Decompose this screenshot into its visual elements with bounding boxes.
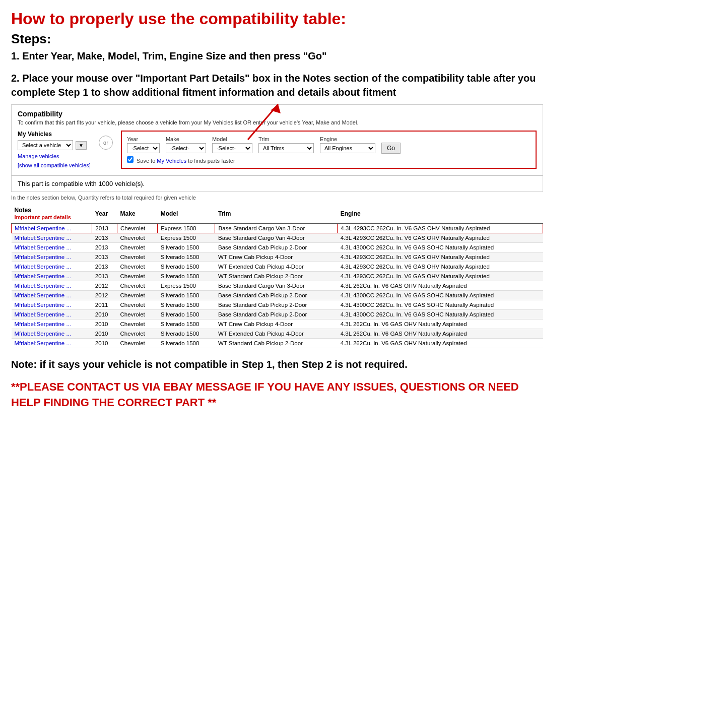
table-cell: Chevrolet <box>117 272 158 281</box>
table-cell: Base Standard Cab Pickup 2-Door <box>215 243 338 252</box>
trim-field: Trim All Trims <box>258 136 314 153</box>
table-cell: WT Standard Cab Pickup 2-Door <box>215 339 338 348</box>
table-cell: Chevrolet <box>117 262 158 272</box>
manage-vehicles-link[interactable]: Manage vehicles <box>18 153 91 159</box>
table-cell: 2012 <box>92 281 117 291</box>
table-cell: 4.3L 262Cu. In. V6 GAS OHV Naturally Asp… <box>338 329 543 339</box>
my-vehicles-link[interactable]: My Vehicles <box>157 158 186 164</box>
table-cell: Mfrlabel:Serpentine ... <box>12 223 92 233</box>
table-cell: 4.3L 4293CC 262Cu. In. V6 GAS OHV Natura… <box>338 233 543 243</box>
table-cell: WT Crew Cab Pickup 4-Door <box>215 320 338 329</box>
vehicle-select[interactable]: Select a vehicle <box>18 140 73 150</box>
table-cell: Chevrolet <box>117 300 158 310</box>
table-cell: Base Standard Cargo Van 3-Door <box>215 281 338 291</box>
table-cell: Chevrolet <box>117 223 158 233</box>
table-cell: Base Standard Cargo Van 4-Door <box>215 233 338 243</box>
table-row: Mfrlabel:Serpentine ...2012ChevroletExpr… <box>12 281 543 291</box>
table-cell: 4.3L 4293CC 262Cu. In. V6 GAS OHV Natura… <box>338 272 543 281</box>
table-cell: 4.3L 262Cu. In. V6 GAS OHV Naturally Asp… <box>338 339 543 348</box>
trim-label: Trim <box>258 136 314 142</box>
show-all-link[interactable]: [show all compatible vehicles] <box>18 162 91 168</box>
make-label: Make <box>166 136 206 142</box>
compat-box: Compatibility To confirm that this part … <box>11 104 543 175</box>
table-row: Mfrlabel:Serpentine ...2010ChevroletSilv… <box>12 310 543 320</box>
table-cell: Chevrolet <box>117 320 158 329</box>
table-cell: 2013 <box>92 272 117 281</box>
save-suffix: to finds parts faster <box>188 158 235 164</box>
table-cell: Silverado 1500 <box>158 320 215 329</box>
ymm-row: Year -Select- Make -Select- Model <box>127 136 531 154</box>
col-make: Make <box>117 205 158 223</box>
save-label: Save to <box>137 158 155 164</box>
table-cell: 2013 <box>92 252 117 262</box>
engine-field: Engine All Engines <box>320 136 375 153</box>
compat-widget-wrapper: Compatibility To confirm that this part … <box>11 104 543 348</box>
table-cell: Mfrlabel:Serpentine ... <box>12 320 92 329</box>
table-cell: 4.3L 4300CC 262Cu. In. V6 GAS SOHC Natur… <box>338 300 543 310</box>
table-cell: WT Extended Cab Pickup 4-Door <box>215 262 338 272</box>
table-cell: Mfrlabel:Serpentine ... <box>12 233 92 243</box>
table-cell: Express 1500 <box>158 281 215 291</box>
table-cell: 4.3L 4300CC 262Cu. In. V6 GAS SOHC Natur… <box>338 243 543 252</box>
step1-text: 1. Enter Year, Make, Model, Trim, Engine… <box>11 49 543 63</box>
step2-text: 2. Place your mouse over "Important Part… <box>11 71 543 99</box>
table-cell: 4.3L 262Cu. In. V6 GAS OHV Naturally Asp… <box>338 281 543 291</box>
engine-select[interactable]: All Engines <box>320 143 375 153</box>
table-cell: Silverado 1500 <box>158 262 215 272</box>
table-cell: Chevrolet <box>117 310 158 320</box>
table-cell: Mfrlabel:Serpentine ... <box>12 339 92 348</box>
table-cell: 2010 <box>92 339 117 348</box>
my-vehicles-label: My Vehicles <box>18 131 91 138</box>
table-row: Mfrlabel:Serpentine ...2010ChevroletSilv… <box>12 329 543 339</box>
table-row: Mfrlabel:Serpentine ...2012ChevroletSilv… <box>12 291 543 300</box>
table-cell: Silverado 1500 <box>158 329 215 339</box>
make-field: Make -Select- <box>166 136 206 153</box>
model-select[interactable]: -Select- <box>212 143 252 153</box>
table-cell: Chevrolet <box>117 233 158 243</box>
table-cell: 2013 <box>92 233 117 243</box>
save-row: Save to My Vehicles to finds parts faste… <box>127 156 531 164</box>
table-cell: Chevrolet <box>117 252 158 262</box>
make-select[interactable]: -Select- <box>166 143 206 153</box>
dropdown-arrow-icon[interactable]: ▼ <box>76 141 87 150</box>
save-checkbox[interactable] <box>127 156 134 163</box>
steps-heading: Steps: <box>11 31 543 47</box>
col-model: Model <box>158 205 215 223</box>
year-make-section: Year -Select- Make -Select- Model <box>121 131 537 169</box>
table-cell: WT Crew Cab Pickup 4-Door <box>215 252 338 262</box>
col-year: Year <box>92 205 117 223</box>
compat-table: Notes Important part details Year Make M… <box>11 205 543 348</box>
table-cell: Mfrlabel:Serpentine ... <box>12 329 92 339</box>
note-bottom: Note: if it says your vehicle is not com… <box>11 357 543 371</box>
table-cell: 2010 <box>92 320 117 329</box>
year-label: Year <box>127 136 160 142</box>
table-cell: Mfrlabel:Serpentine ... <box>12 243 92 252</box>
table-cell: 4.3L 4293CC 262Cu. In. V6 GAS OHV Natura… <box>338 262 543 272</box>
col-notes: Notes Important part details <box>12 205 92 223</box>
table-cell: 2012 <box>92 291 117 300</box>
table-cell: Chevrolet <box>117 291 158 300</box>
table-cell: Express 1500 <box>158 233 215 243</box>
table-cell: Silverado 1500 <box>158 310 215 320</box>
year-select[interactable]: -Select- <box>127 143 160 153</box>
table-cell: Silverado 1500 <box>158 272 215 281</box>
table-cell: 4.3L 4300CC 262Cu. In. V6 GAS SOHC Natur… <box>338 291 543 300</box>
table-cell: WT Extended Cab Pickup 4-Door <box>215 329 338 339</box>
compat-main-row: My Vehicles Select a vehicle ▼ Manage ve… <box>18 131 537 169</box>
compat-title: Compatibility <box>18 110 537 118</box>
table-cell: Mfrlabel:Serpentine ... <box>12 310 92 320</box>
table-cell: Express 1500 <box>158 223 215 233</box>
or-divider: or <box>99 136 113 150</box>
table-cell: Silverado 1500 <box>158 291 215 300</box>
table-cell: 2010 <box>92 310 117 320</box>
model-label: Model <box>212 136 252 142</box>
table-cell: Mfrlabel:Serpentine ... <box>12 300 92 310</box>
table-body: Mfrlabel:Serpentine ...2013ChevroletExpr… <box>12 223 543 348</box>
quantity-note: In the notes section below, Quantity ref… <box>11 195 543 201</box>
go-button[interactable]: Go <box>381 143 401 154</box>
engine-label: Engine <box>320 136 375 142</box>
table-row: Mfrlabel:Serpentine ...2013ChevroletExpr… <box>12 233 543 243</box>
table-row: Mfrlabel:Serpentine ...2013ChevroletSilv… <box>12 252 543 262</box>
table-cell: Silverado 1500 <box>158 243 215 252</box>
trim-select[interactable]: All Trims <box>258 143 314 153</box>
